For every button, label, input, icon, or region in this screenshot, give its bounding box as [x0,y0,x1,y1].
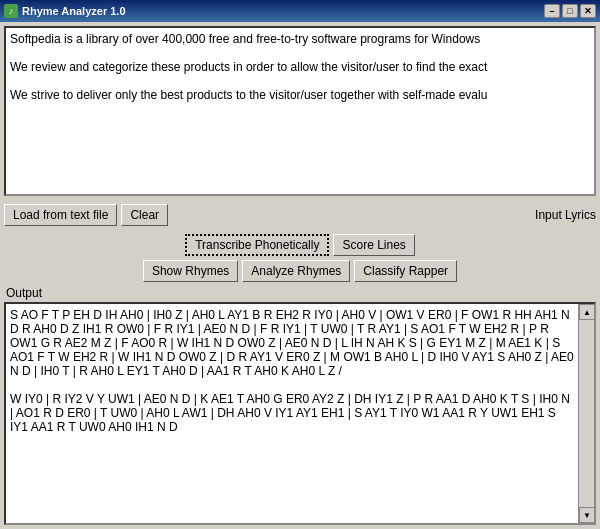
scroll-track [579,320,594,507]
lyrics-input-container [4,26,596,196]
window-title: Rhyme Analyzer 1.0 [22,5,126,17]
output-scrollbar: ▲ ▼ [578,304,594,523]
transcribe-phonetically-button[interactable]: Transcribe Phonetically [185,234,329,256]
load-from-text-button[interactable]: Load from text file [4,204,117,226]
app-icon-symbol: ♪ [9,6,14,16]
scroll-down-button[interactable]: ▼ [579,507,595,523]
score-lines-button[interactable]: Score Lines [333,234,414,256]
clear-button[interactable]: Clear [121,204,168,226]
buttons-row1: Transcribe Phonetically Score Lines [4,234,596,256]
buttons-row2: Show Rhymes Analyze Rhymes Classify Rapp… [4,260,596,282]
toolbar-row: Load from text file Clear Input Lyrics [4,202,596,228]
input-lyrics-label: Input Lyrics [535,208,596,222]
output-textarea[interactable] [6,304,578,523]
title-bar-controls: – □ ✕ [544,4,596,18]
scroll-up-button[interactable]: ▲ [579,304,595,320]
output-area-container: ▲ ▼ [4,302,596,525]
main-window: Load from text file Clear Input Lyrics T… [0,22,600,529]
show-rhymes-button[interactable]: Show Rhymes [143,260,238,282]
analyze-rhymes-button[interactable]: Analyze Rhymes [242,260,350,282]
close-button[interactable]: ✕ [580,4,596,18]
title-bar-left: ♪ Rhyme Analyzer 1.0 [4,4,126,18]
lyrics-input[interactable] [6,28,594,194]
classify-rapper-button[interactable]: Classify Rapper [354,260,457,282]
toolbar-left: Load from text file Clear [4,204,168,226]
app-icon: ♪ [4,4,18,18]
title-bar: ♪ Rhyme Analyzer 1.0 – □ ✕ [0,0,600,22]
output-label: Output [6,286,596,300]
maximize-button[interactable]: □ [562,4,578,18]
minimize-button[interactable]: – [544,4,560,18]
